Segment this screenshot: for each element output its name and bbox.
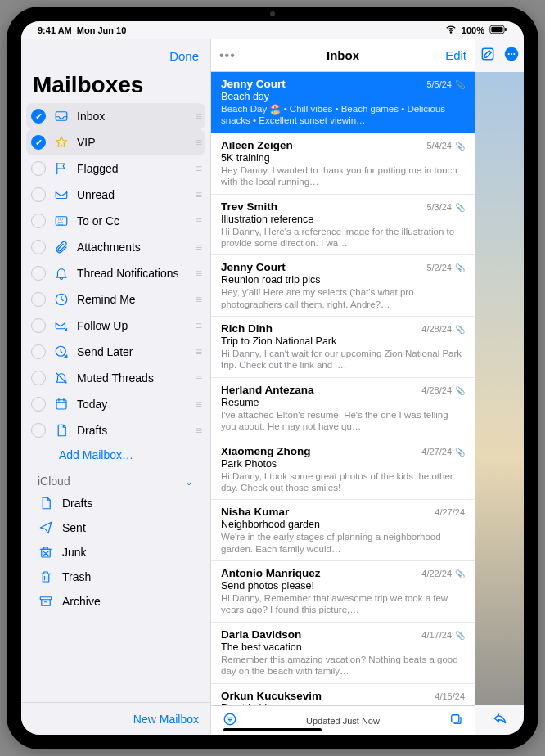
drag-handle-icon[interactable]: ≡: [196, 293, 200, 306]
mailbox-item-remind-me[interactable]: Remind Me ≡: [26, 286, 205, 313]
checkbox-icon[interactable]: [31, 109, 46, 124]
compose-icon[interactable]: [480, 46, 496, 65]
message-row[interactable]: Jenny Court 5/2/24📎 Reunion road trip pi…: [211, 255, 475, 317]
drag-handle-icon[interactable]: ≡: [196, 267, 200, 280]
status-date: Mon Jun 10: [77, 25, 127, 35]
more-circle-icon[interactable]: [503, 46, 520, 65]
drag-handle-icon[interactable]: ≡: [196, 424, 200, 437]
message-row[interactable]: Nisha Kumar 4/27/24 Neighborhood garden …: [211, 500, 475, 561]
svg-rect-3: [505, 28, 507, 31]
message-row[interactable]: Xiaomeng Zhong 4/27/24📎 Park Photos Hi D…: [211, 439, 475, 501]
mailbox-item-muted-threads[interactable]: Muted Threads ≡: [26, 365, 205, 391]
message-subject: Resume: [221, 397, 465, 408]
drag-handle-icon[interactable]: ≡: [196, 241, 200, 254]
message-preview: Hi Danny, Remember that awesome trip we …: [221, 592, 465, 616]
svg-rect-2: [491, 27, 502, 32]
drag-handle-icon[interactable]: ≡: [196, 162, 200, 175]
message-row[interactable]: Herland Antezana 4/28/24📎 Resume I've at…: [211, 378, 475, 439]
doc-icon: [38, 496, 54, 511]
folder-trash[interactable]: Trash: [26, 565, 205, 589]
message-sender: Jenny Court: [221, 78, 286, 90]
mailbox-label: Unread: [77, 188, 189, 201]
paperplane-icon: [38, 520, 54, 535]
message-date: 4/27/24: [435, 507, 465, 517]
mailbox-item-today[interactable]: Today ≡: [26, 391, 205, 417]
message-preview-image: [475, 72, 524, 705]
new-mailbox-button[interactable]: New Mailbox: [133, 713, 199, 726]
attachment-icon: 📎: [455, 263, 465, 272]
tocc-icon: TOCC: [52, 214, 70, 228]
mailbox-item-send-later[interactable]: Send Later ≡: [26, 339, 205, 365]
checkbox-icon[interactable]: [31, 135, 46, 150]
message-preview: Hi Danny, I can't wait for our upcoming …: [221, 348, 465, 371]
message-subject: Neighborhood garden: [221, 519, 465, 530]
add-mailbox-button[interactable]: Add Mailbox…: [26, 443, 205, 470]
drag-handle-icon[interactable]: ≡: [196, 398, 200, 411]
message-list-pane: ••• Inbox Edit Jenny Court 5/5/24📎 Beach…: [211, 39, 475, 735]
svg-rect-5: [56, 191, 67, 199]
filter-icon[interactable]: [223, 712, 237, 730]
message-subject: Illustration reference: [221, 214, 465, 225]
checkbox-icon[interactable]: [31, 292, 46, 307]
mailbox-item-vip[interactable]: VIP ≡: [26, 129, 205, 155]
svg-point-21: [514, 53, 516, 55]
tray-icon: [52, 109, 70, 124]
message-row[interactable]: Jenny Court 5/5/24📎 Beach day Beach Day …: [211, 72, 475, 133]
stack-icon[interactable]: [448, 712, 463, 730]
account-section-header[interactable]: iCloud⌄: [26, 470, 205, 491]
message-row[interactable]: Trev Smith 5/3/24📎 Illustration referenc…: [211, 195, 475, 256]
mailbox-item-attachments[interactable]: Attachments ≡: [26, 234, 205, 260]
reply-icon[interactable]: [492, 710, 508, 730]
message-sender: Jenny Court: [221, 261, 286, 273]
inbox-title: Inbox: [211, 48, 475, 62]
message-row[interactable]: Aileen Zeigen 5/4/24📎 5K training Hey Da…: [211, 133, 475, 195]
checkbox-icon[interactable]: [31, 240, 46, 254]
mailbox-label: Thread Notifications: [77, 267, 189, 280]
message-subject: Reunion road trip pics: [221, 274, 465, 286]
status-text: Updated Just Now: [211, 716, 475, 726]
drag-handle-icon[interactable]: ≡: [196, 214, 200, 227]
message-sender: Antonio Manriquez: [221, 567, 321, 579]
message-preview: Hi Danny, I took some great photos of th…: [221, 470, 465, 494]
mailbox-item-drafts[interactable]: Drafts ≡: [26, 417, 205, 443]
message-sender: Herland Antezana: [221, 384, 314, 396]
message-row[interactable]: Rich Dinh 4/28/24📎 Trip to Zion National…: [211, 317, 475, 378]
mailbox-item-follow-up[interactable]: Follow Up ≡: [26, 313, 205, 339]
drag-handle-icon[interactable]: ≡: [196, 319, 200, 332]
message-row[interactable]: Orkun Kucuksevim 4/15/24 Day trip idea H…: [211, 684, 475, 706]
mailbox-item-flagged[interactable]: Flagged ≡: [26, 155, 205, 182]
trash-icon: [38, 569, 54, 584]
checkbox-icon[interactable]: [31, 187, 46, 202]
checkbox-icon[interactable]: [31, 214, 46, 228]
folder-sent[interactable]: Sent: [26, 515, 205, 540]
drag-handle-icon[interactable]: ≡: [196, 188, 200, 201]
mailbox-item-unread[interactable]: Unread ≡: [26, 182, 205, 208]
folder-junk[interactable]: Junk: [26, 540, 205, 565]
message-date: 4/17/24📎: [421, 630, 465, 640]
attachment-icon: 📎: [455, 631, 465, 640]
message-row[interactable]: Darla Davidson 4/17/24📎 The best vacatio…: [211, 623, 475, 684]
checkbox-icon[interactable]: [31, 266, 46, 281]
checkbox-icon[interactable]: [31, 344, 46, 359]
done-button[interactable]: Done: [169, 49, 199, 63]
drag-handle-icon[interactable]: ≡: [196, 371, 200, 385]
drag-handle-icon[interactable]: ≡: [196, 110, 200, 123]
bell-icon: [52, 266, 70, 281]
checkbox-icon[interactable]: [31, 161, 46, 176]
drag-handle-icon[interactable]: ≡: [196, 136, 200, 149]
message-row[interactable]: Antonio Manriquez 4/22/24📎 Send photos p…: [211, 561, 475, 623]
home-indicator: [223, 728, 322, 731]
checkbox-icon[interactable]: [31, 371, 46, 385]
chevron-down-icon: ⌄: [184, 475, 194, 488]
drag-handle-icon[interactable]: ≡: [196, 345, 200, 358]
folder-drafts[interactable]: Drafts: [26, 491, 205, 515]
folder-archive[interactable]: Archive: [26, 589, 205, 614]
mailbox-item-to-or-cc[interactable]: TOCC To or Cc ≡: [26, 208, 205, 234]
message-date: 4/28/24📎: [421, 385, 465, 395]
mailbox-label: VIP: [77, 136, 189, 149]
checkbox-icon[interactable]: [31, 423, 46, 438]
mailbox-item-thread-notifications[interactable]: Thread Notifications ≡: [26, 260, 205, 286]
checkbox-icon[interactable]: [31, 397, 46, 412]
checkbox-icon[interactable]: [31, 318, 46, 333]
mailbox-item-inbox[interactable]: Inbox ≡: [26, 103, 205, 129]
